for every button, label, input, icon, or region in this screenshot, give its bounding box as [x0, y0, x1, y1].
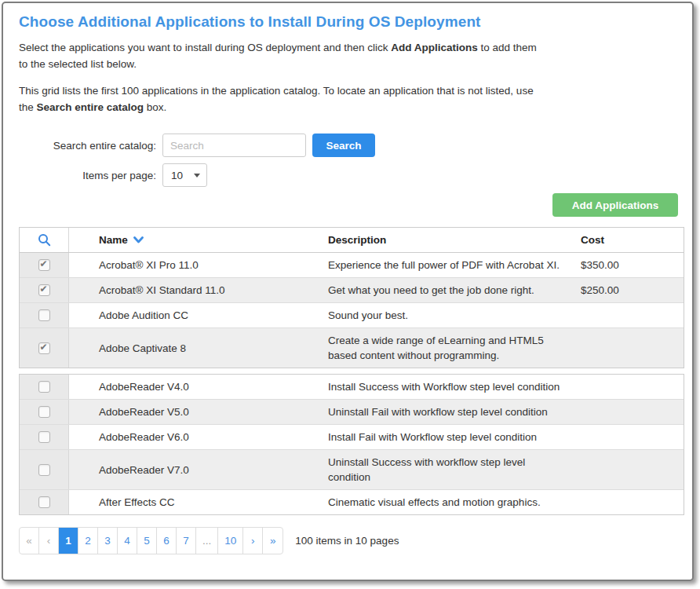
add-applications-button[interactable]: Add Applications — [552, 193, 678, 217]
page-button-1[interactable]: 1 — [59, 528, 78, 554]
app-cost — [574, 375, 684, 399]
applications-table-bottom: AdobeReader V4.0 Install Success with Wo… — [19, 374, 684, 515]
header-search-cell — [20, 228, 69, 252]
items-per-page-select[interactable]: 10 — [162, 163, 207, 187]
app-description: Experience the full power of PDF with Ac… — [322, 253, 574, 277]
app-description: Get what you need to get the job done ri… — [322, 278, 574, 302]
app-cost — [574, 450, 684, 489]
row-checkbox[interactable] — [38, 406, 50, 418]
row-checkbox[interactable] — [38, 342, 50, 354]
search-icon[interactable] — [38, 233, 51, 247]
table-row[interactable]: AdobeReader V7.0 Uninstall Success with … — [20, 450, 684, 490]
search-label: Search entire catalog: — [19, 140, 156, 152]
row-checkbox[interactable] — [38, 431, 50, 443]
table-row[interactable]: Adobe Audition CC Sound your best. — [20, 303, 684, 328]
pager: «‹1234567...10›» — [19, 527, 283, 554]
page-button-6[interactable]: 6 — [157, 528, 177, 554]
row-checkbox-cell — [20, 425, 69, 449]
app-description: Sound your best. — [322, 303, 574, 327]
page-button-2[interactable]: 2 — [78, 528, 98, 554]
app-description: Uninstall Success with workflow step lev… — [322, 450, 574, 489]
page-button-10[interactable]: 10 — [218, 528, 243, 554]
intro-p1-bold: Add Applications — [391, 42, 478, 53]
app-cost — [574, 425, 684, 449]
row-checkbox-cell — [20, 278, 69, 302]
row-checkbox[interactable] — [38, 284, 50, 296]
row-checkbox[interactable] — [38, 309, 50, 321]
app-cost — [574, 328, 684, 368]
table-section-divider — [19, 368, 678, 374]
row-checkbox[interactable] — [38, 381, 50, 393]
app-description: Install Fail with Workflow step level co… — [322, 425, 574, 449]
next-page-button[interactable]: › — [243, 528, 263, 554]
pagination-row: «‹1234567...10›» 100 items in 10 pages — [19, 527, 678, 554]
app-cost: $350.00 — [574, 253, 684, 277]
table-row[interactable]: AdobeReader V5.0 Uninstall Fail with wor… — [20, 400, 684, 425]
app-name: Acrobat® XI Pro 11.0 — [69, 253, 322, 277]
search-input[interactable] — [162, 134, 306, 157]
page-button-4[interactable]: 4 — [118, 528, 137, 554]
table-row[interactable]: Adobe Captivate 8 Create a wide range of… — [20, 328, 684, 368]
app-description: Install Success with Workflow step level… — [322, 375, 574, 399]
first-page-button: « — [20, 528, 39, 554]
app-description: Uninstall Fail with workflow step level … — [322, 400, 574, 424]
row-checkbox-cell — [20, 490, 69, 514]
app-cost — [574, 400, 684, 424]
sort-desc-icon — [133, 236, 144, 243]
app-name: Adobe Audition CC — [69, 303, 322, 327]
app-name: Acrobat® XI Standard 11.0 — [69, 278, 322, 302]
app-cost — [574, 490, 684, 514]
last-page-button[interactable]: » — [263, 528, 283, 554]
column-header-name[interactable]: Name — [69, 228, 322, 252]
prev-page-button: ‹ — [39, 528, 59, 554]
app-name: After Effects CC — [69, 490, 322, 514]
app-cost: $250.00 — [574, 278, 684, 302]
table-row[interactable]: AdobeReader V4.0 Install Success with Wo… — [20, 375, 684, 400]
app-name: AdobeReader V6.0 — [69, 425, 322, 449]
intro-paragraph-1: Select the applications you want to inst… — [19, 39, 538, 72]
page-button-3[interactable]: 3 — [98, 528, 118, 554]
row-checkbox-cell — [20, 400, 69, 424]
items-per-page-row: Items per page: 10 — [19, 163, 678, 187]
app-name: AdobeReader V7.0 — [69, 450, 322, 489]
applications-table-top: Name Description Cost Acrobat® XI Pro 11… — [19, 227, 684, 368]
table-row[interactable]: After Effects CC Cinematic visual effect… — [20, 490, 684, 514]
row-checkbox-cell — [20, 328, 69, 368]
app-description: Create a wide range of eLearning and HTM… — [322, 328, 574, 368]
intro-p2-text-2: box. — [144, 101, 166, 113]
page-ellipsis: ... — [196, 528, 218, 554]
column-header-name-label: Name — [99, 234, 128, 246]
row-checkbox[interactable] — [38, 464, 50, 476]
items-per-page-label: Items per page: — [19, 170, 156, 181]
intro-p1-text: Select the applications you want to inst… — [19, 42, 391, 53]
table-header-row: Name Description Cost — [20, 228, 684, 253]
intro-p2-bold: Search entire catalog — [37, 101, 144, 113]
row-checkbox-cell — [20, 253, 69, 277]
column-header-description[interactable]: Description — [322, 228, 574, 252]
search-row: Search entire catalog: Search — [19, 134, 678, 157]
row-checkbox-cell — [20, 375, 69, 399]
app-name: AdobeReader V4.0 — [69, 375, 322, 399]
app-cost — [574, 303, 684, 327]
app-name: Adobe Captivate 8 — [69, 328, 322, 368]
intro-paragraph-2: This grid lists the first 100 applicatio… — [19, 82, 538, 115]
table-row[interactable]: AdobeReader V6.0 Install Fail with Workf… — [20, 425, 684, 450]
dialog-window: Choose Additional Applications to Instal… — [2, 2, 694, 581]
page-button-5[interactable]: 5 — [137, 528, 157, 554]
add-applications-row: Add Applications — [19, 193, 678, 217]
items-per-page-value: 10 — [171, 170, 183, 181]
row-checkbox-cell — [20, 450, 69, 489]
page-title: Choose Additional Applications to Instal… — [19, 13, 678, 31]
pagination-summary: 100 items in 10 pages — [295, 535, 399, 547]
app-description: Cinematic visual effects and motion grap… — [322, 490, 574, 514]
column-header-cost[interactable]: Cost — [574, 228, 684, 252]
app-name: AdobeReader V5.0 — [69, 400, 322, 424]
caret-down-icon — [194, 174, 200, 177]
row-checkbox[interactable] — [38, 496, 50, 508]
table-row[interactable]: Acrobat® XI Pro 11.0 Experience the full… — [20, 253, 684, 278]
search-button[interactable]: Search — [312, 134, 375, 157]
table-row[interactable]: Acrobat® XI Standard 11.0 Get what you n… — [20, 278, 684, 303]
page-button-7[interactable]: 7 — [177, 528, 196, 554]
row-checkbox-cell — [20, 303, 69, 327]
row-checkbox[interactable] — [38, 259, 50, 271]
